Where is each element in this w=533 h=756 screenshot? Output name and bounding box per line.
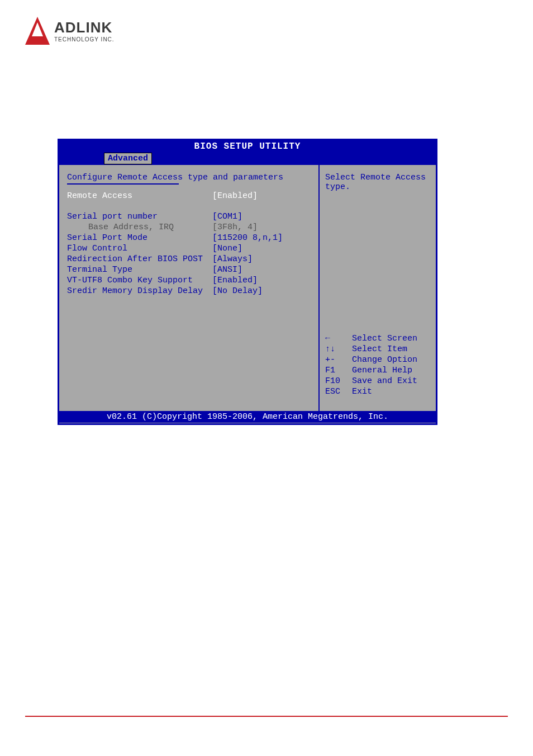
logo-triangle-icon: [25, 17, 50, 45]
bios-window: BIOS SETUP UTILITY Advanced Configure Re…: [58, 139, 437, 425]
spacer: [67, 202, 311, 212]
nav-help-select-item: ↑↓ Select Item: [325, 344, 430, 354]
nav-help-general-help: F1 General Help: [325, 366, 430, 375]
setting-serial-port-mode[interactable]: Serial Port Mode [115200 8,n,1]: [67, 233, 311, 243]
nav-desc: Select Item: [352, 344, 407, 354]
setting-label: Base Address, IRQ: [67, 223, 212, 232]
tab-advanced[interactable]: Advanced: [104, 153, 152, 164]
logo-sub-text: TECHNOLOGY INC.: [54, 36, 115, 42]
logo: ADLINK TECHNOLOGY INC.: [25, 17, 115, 45]
nav-desc: Save and Exit: [352, 376, 417, 386]
setting-label: Serial port number: [67, 212, 212, 221]
bios-main-panel: Configure Remote Access type and paramet…: [59, 165, 320, 411]
nav-key: ←: [325, 334, 352, 343]
setting-value: [COM1]: [212, 212, 242, 221]
setting-flow-control[interactable]: Flow Control [None]: [67, 244, 311, 253]
page-footer-line: [25, 716, 508, 717]
side-help-line1: Select Remote Access: [325, 173, 430, 182]
setting-label: Redirection After BIOS POST: [67, 254, 212, 264]
nav-key: F1: [325, 366, 352, 375]
setting-label: Serial Port Mode: [67, 233, 212, 243]
side-help-line2: type.: [325, 182, 430, 192]
nav-help-select-screen: ← Select Screen: [325, 334, 430, 343]
bios-title: BIOS SETUP UTILITY: [59, 140, 436, 153]
setting-value: [None]: [212, 244, 242, 253]
nav-key: +-: [325, 355, 352, 365]
setting-remote-access[interactable]: Remote Access [Enabled]: [67, 191, 311, 201]
setting-value: [No Delay]: [212, 286, 263, 296]
setting-value: [Always]: [212, 254, 253, 264]
bios-side-panel: Select Remote Access type. ← Select Scre…: [320, 165, 436, 411]
divider: [67, 183, 179, 185]
setting-sredir[interactable]: Sredir Memory Display Delay [No Delay]: [67, 286, 311, 296]
setting-serial-port-number[interactable]: Serial port number [COM1]: [67, 212, 311, 221]
logo-text: ADLINK TECHNOLOGY INC.: [54, 19, 115, 42]
nav-help-exit: ESC Exit: [325, 387, 430, 396]
nav-key: ESC: [325, 387, 352, 396]
nav-help-section: ← Select Screen ↑↓ Select Item +- Change…: [325, 334, 430, 403]
setting-value: [115200 8,n,1]: [212, 233, 283, 243]
logo-main-text: ADLINK: [54, 19, 115, 36]
setting-base-address: Base Address, IRQ [3F8h, 4]: [67, 223, 311, 232]
setting-vt-utf8[interactable]: VT-UTF8 Combo Key Support [Enabled]: [67, 276, 311, 285]
setting-value: [ANSI]: [212, 265, 242, 275]
setting-label: VT-UTF8 Combo Key Support: [67, 276, 212, 285]
setting-label: Flow Control: [67, 244, 212, 253]
setting-label: Sredir Memory Display Delay: [67, 286, 212, 296]
nav-key: ↑↓: [325, 344, 352, 354]
nav-desc: Select Screen: [352, 334, 417, 343]
setting-value: [Enabled]: [212, 191, 258, 201]
setting-redirection[interactable]: Redirection After BIOS POST [Always]: [67, 254, 311, 264]
setting-terminal-type[interactable]: Terminal Type [ANSI]: [67, 265, 311, 275]
setting-label: Remote Access: [67, 191, 212, 201]
nav-help-save-exit: F10 Save and Exit: [325, 376, 430, 386]
setting-label: Terminal Type: [67, 265, 212, 275]
nav-key: F10: [325, 376, 352, 386]
setting-value: [3F8h, 4]: [212, 223, 258, 232]
nav-desc: Change Option: [352, 355, 417, 365]
nav-desc: General Help: [352, 366, 412, 375]
nav-help-change-option: +- Change Option: [325, 355, 430, 365]
section-header: Configure Remote Access type and paramet…: [67, 173, 311, 182]
nav-desc: Exit: [352, 387, 372, 396]
bios-tab-bar: Advanced: [59, 153, 436, 165]
bios-footer: v02.61 (C)Copyright 1985-2006, American …: [59, 411, 436, 423]
bios-content: Configure Remote Access type and paramet…: [59, 165, 436, 411]
setting-value: [Enabled]: [212, 276, 258, 285]
